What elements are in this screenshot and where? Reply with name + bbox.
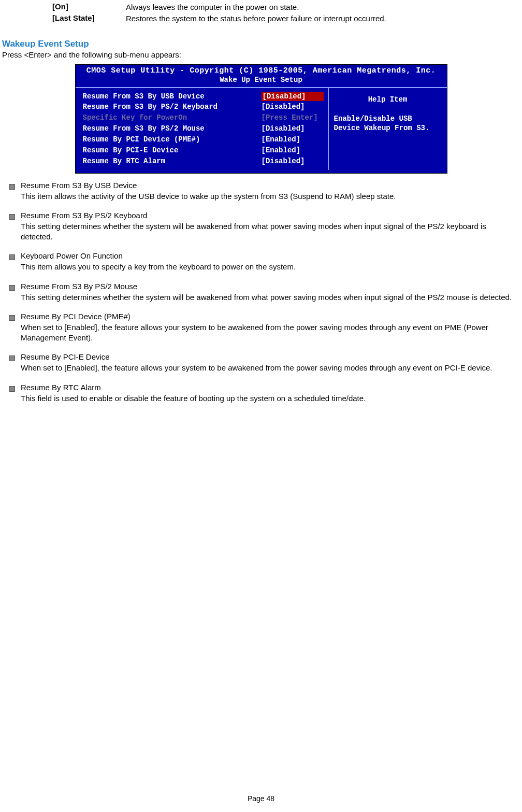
bios-help-panel: Help Item Enable/Disable USB Device Wake… [328, 88, 447, 170]
item-desc: When set to [Enabled], the feature allow… [21, 322, 520, 344]
bios-row-value: [Disabled] [262, 102, 324, 112]
bios-row: Resume By PCI Device (PME#) [Enabled] [83, 134, 324, 145]
bios-row-label: Resume From S3 By PS/2 Mouse [83, 124, 205, 134]
item-title: Resume By RTC Alarm [21, 383, 520, 392]
top-options-table: [On] Always leaves the computer in the p… [52, 2, 520, 24]
bios-title: CMOS Setup Utility - Copyright (C) 1985-… [76, 65, 447, 76]
list-item: Resume From S3 By USB Device This item a… [5, 181, 520, 202]
bios-row-label: Resume By RTC Alarm [83, 156, 166, 166]
item-title: Resume From S3 By USB Device [21, 181, 520, 190]
item-desc: This setting determines whether the syst… [21, 292, 520, 303]
bios-row: Resume From S3 By USB Device [Disabled] [83, 91, 324, 102]
bios-row-value: [Disabled] [262, 92, 324, 102]
item-desc: This item allows the activity of the USB… [21, 191, 520, 202]
item-desc: When set to [Enabled], the feature allow… [21, 363, 520, 373]
bios-row-value: [Press Enter] [262, 113, 324, 123]
bios-row: Specific Key for PowerOn [Press Enter] [83, 112, 324, 123]
page-number: Page 48 [0, 794, 522, 803]
intro-text: Press <Enter> and the following sub-menu… [2, 50, 520, 59]
bios-row-value: [Enabled] [262, 135, 324, 145]
option-key: [On] [52, 2, 126, 12]
bios-row: Resume From S3 By PS/2 Mouse [Disabled] [83, 123, 324, 134]
item-title: Resume From S3 By PS/2 Keyboard [21, 211, 520, 220]
option-key: [Last State] [52, 13, 126, 24]
description-list: Resume From S3 By USB Device This item a… [5, 181, 520, 404]
item-desc: This setting determines whether the syst… [21, 221, 520, 243]
item-title: Resume By PCI Device (PME#) [21, 312, 520, 321]
bios-row-label: Specific Key for PowerOn [83, 113, 187, 123]
list-item: Resume By PCI Device (PME#) When set to … [5, 312, 520, 344]
list-item: Resume By RTC Alarm This field is used t… [5, 383, 520, 404]
bios-row-value: [Disabled] [262, 124, 324, 134]
bios-help-text: Enable/Disable USB Device Wakeup From S3… [334, 114, 442, 134]
bios-row-value: [Disabled] [262, 156, 324, 166]
bios-row-label: Resume By PCI Device (PME#) [83, 135, 200, 145]
bios-row: Resume From S3 By PS/2 Keyboard [Disable… [83, 102, 324, 112]
option-value: Restores the system to the status before… [126, 13, 386, 24]
bios-screenshot: CMOS Setup Utility - Copyright (C) 1985-… [75, 64, 447, 174]
bios-options-panel: Resume From S3 By USB Device [Disabled] … [76, 88, 328, 170]
list-item: Resume From S3 By PS/2 Keyboard This set… [5, 211, 520, 243]
item-desc: This item allows you to specify a key fr… [21, 262, 520, 272]
section-heading: Wakeup Event Setup [2, 39, 520, 49]
option-value: Always leaves the computer in the power … [126, 2, 299, 12]
bios-row-label: Resume From S3 By USB Device [83, 92, 205, 102]
bios-row-value: [Enabled] [262, 146, 324, 155]
item-title: Keyboard Power On Function [21, 251, 520, 260]
bios-row-label: Resume By PCI-E Device [83, 146, 179, 155]
bios-row-label: Resume From S3 By PS/2 Keyboard [83, 102, 218, 112]
list-item: Resume By PCI-E Device When set to [Enab… [5, 352, 520, 373]
bios-subtitle: Wake Up Event Setup [76, 76, 447, 87]
option-row-last-state: [Last State] Restores the system to the … [52, 13, 520, 24]
item-title: Resume By PCI-E Device [21, 352, 520, 361]
item-title: Resume From S3 By PS/2 Mouse [21, 282, 520, 291]
option-row-on: [On] Always leaves the computer in the p… [52, 2, 520, 12]
item-desc: This field is used to enable or disable … [21, 393, 520, 404]
list-item: Keyboard Power On Function This item all… [5, 251, 520, 272]
bios-row: Resume By PCI-E Device [Enabled] [83, 145, 324, 156]
bios-body: Resume From S3 By USB Device [Disabled] … [76, 87, 447, 173]
bios-help-title: Help Item [334, 91, 442, 114]
bios-row: Resume By RTC Alarm [Disabled] [83, 156, 324, 167]
list-item: Resume From S3 By PS/2 Mouse This settin… [5, 282, 520, 303]
